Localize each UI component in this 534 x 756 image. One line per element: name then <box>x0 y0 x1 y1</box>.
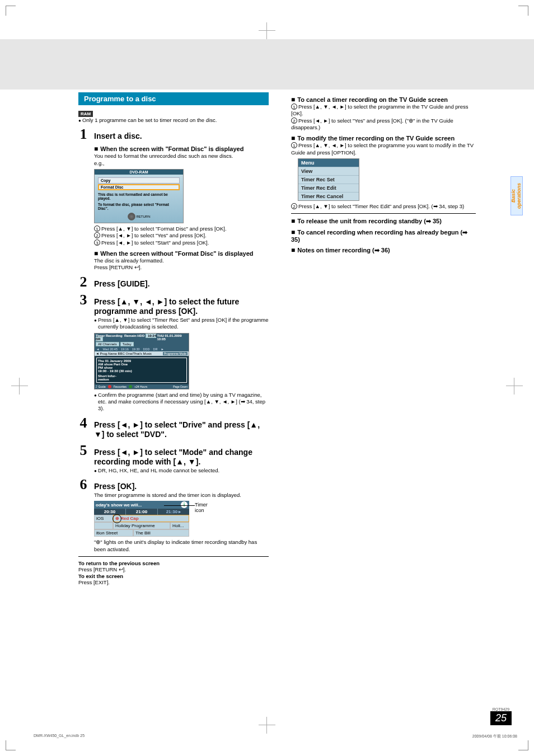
right-h2-l2: 2Press [▲, ▼] to select "Timer Rec Edit"… <box>291 203 476 210</box>
format-row-copy[interactable]: Copy <box>98 177 180 184</box>
tv-strip: oday's show we will... i 20:30 21:00 21:… <box>94 501 189 537</box>
right-h2: ■To modify the timer recording on the TV… <box>291 134 476 142</box>
crop-mark <box>6 6 16 16</box>
step-6-num: 6 <box>78 477 88 492</box>
tv-time-2: 21:00 <box>126 509 158 515</box>
step1-subB-body1: The disc is already formatted. <box>94 257 269 264</box>
step3-bullet1: Press [▲, ▼] to select "Timer Rec Set" a… <box>94 317 269 331</box>
header-band <box>0 39 534 90</box>
step-3-title: Press [▲, ▼, ◄, ►] to select the future … <box>94 297 269 317</box>
step3-bullet2: Confirm the programme (start and end tim… <box>94 392 269 412</box>
step1-subA-body: You need to format the unrecorded disc s… <box>94 153 269 159</box>
step1-subA-title: ■When the screen with "Format Disc" is d… <box>94 145 269 153</box>
crop-mark <box>518 740 528 750</box>
crop-mark <box>518 6 528 16</box>
right-h1-l2: 2Press [◄, ►] to select "Yes" and press … <box>291 118 476 132</box>
step-4-title: Press [◄, ►] to select "Drive" and press… <box>94 420 269 440</box>
step1a-line1: 1Press [▲, ▼] to select "Format Disc" an… <box>94 226 269 232</box>
step-5-num: 5 <box>78 443 88 458</box>
tv-cell <box>94 522 113 529</box>
side-tab: Basic operations <box>510 176 523 215</box>
return-icon[interactable] <box>128 213 135 220</box>
step5-bullet: DR, HG, HX, HE, and HL mode cannot be se… <box>94 467 269 474</box>
format-msg2: To format the disc, please select "Forma… <box>98 203 180 210</box>
tv-cell: Holiday Programme <box>113 522 170 529</box>
tv-time-3: 21:30 ▸ <box>158 509 189 515</box>
right-h1: ■To cancel a timer recording on the TV G… <box>291 96 476 104</box>
step-1-num: 1 <box>78 127 88 142</box>
right-h5: ■Notes on timer recording (➡ 36) <box>291 246 476 254</box>
guide-programme-mode[interactable]: Programme Mode <box>163 352 188 355</box>
right-h2-l1: 1Press [▲, ▼, ◄, ►] to select the progra… <box>291 142 476 156</box>
page-footer: RQT9429 25 <box>490 707 512 725</box>
exit-screen-body: Press [EXIT]. <box>78 579 269 586</box>
step-5-title: Press [◄, ►] to select "Mode" and change… <box>94 448 269 467</box>
ram-badge: RAM <box>78 111 93 117</box>
menu-item-timer-rec-cancel[interactable]: Timer Rec Cancel <box>298 192 359 200</box>
step1a-line2: 2Press [◄, ►] to select "Yes" and press … <box>94 232 269 239</box>
step6-body: The timer programme is stored and the ti… <box>94 492 269 499</box>
return-prev-title: To return to the previous screen <box>78 560 269 566</box>
info-icon[interactable]: i <box>181 501 188 508</box>
divider <box>291 213 476 214</box>
register-mark <box>11 378 28 395</box>
print-footer-left: DMR-XW450_GL_en.indb 25 <box>34 734 85 739</box>
format-disc-dialog: DVD-RAM Copy Format Disc This disc is no… <box>94 169 184 223</box>
tv-cell: iOS <box>94 515 113 522</box>
register-mark <box>259 717 275 734</box>
tv-cell-selected[interactable]: ⊕ Red Cap <box>113 515 189 522</box>
menu-item-view[interactable]: View <box>298 167 359 175</box>
tv-cell: ition Street <box>94 529 133 537</box>
ram-note: Only 1 programme can be set to timer rec… <box>78 117 269 124</box>
menu-item-timer-rec-edit[interactable]: Timer Rec Edit <box>298 184 359 192</box>
model-code: RQT9429 <box>490 707 512 711</box>
tv-cell: The Bill <box>133 529 189 537</box>
tv-strip-headline: oday's show we will... <box>96 503 142 508</box>
step-6-title: Press [OK]. <box>94 482 269 492</box>
timer-icon-label: Timer icon <box>195 502 208 513</box>
section-title: Programme to a disc <box>78 92 269 105</box>
print-footer-right: 2009/04/08 午前 10:06:08 <box>472 734 517 739</box>
register-mark <box>506 378 523 395</box>
step-2-title: Press [GUIDE]. <box>94 279 269 289</box>
return-prev-body: Press [RETURN ↩]. <box>78 566 269 573</box>
step-3-num: 3 <box>78 293 88 307</box>
register-mark <box>259 22 275 39</box>
format-msg1: This disc is not formatted and cannot be… <box>98 192 180 200</box>
step6-after: "⊕" lights on the unit's display to indi… <box>94 539 269 553</box>
guide-mid-left: ◄ Prog.Name BBC One/That's Music <box>96 352 152 355</box>
menu-item-timer-rec-set[interactable]: Timer Rec Set <box>298 175 359 184</box>
step1a-line3: 3Press [◄, ►] to select "Start" and pres… <box>94 240 269 246</box>
crop-mark <box>6 740 16 750</box>
step1-subA-title-text: When the screen with "Format Disc" is di… <box>100 145 243 152</box>
step1-subB-body2: Press [RETURN ↩]. <box>94 264 269 271</box>
guide-chip-all[interactable]: All Channels <box>96 342 119 346</box>
return-label: RETURN <box>136 215 150 218</box>
right-h1-l1: 1Press [▲, ▼, ◄, ►] to select the progra… <box>291 104 476 118</box>
menu-title: Menu <box>298 159 359 167</box>
print-footer: DMR-XW450_GL_en.indb 25 2009/04/08 午前 10… <box>34 734 517 739</box>
format-row-format[interactable]: Format Disc <box>98 184 180 190</box>
step1-subB-title: ■When the screen without "Format Disc" i… <box>94 250 269 257</box>
step-2-num: 2 <box>78 275 88 289</box>
tv-cell: Holi... <box>170 522 189 529</box>
right-h4: ■To cancel recording when recording has … <box>291 228 476 243</box>
step-4-num: 4 <box>78 416 88 430</box>
step1-eg: e.g., <box>94 160 269 167</box>
tv-guide-preview: Timer Recording Remain HDD 10:24 DR THU … <box>94 333 189 389</box>
right-h3: ■To release the unit from recording stan… <box>291 217 476 225</box>
step-1-title: Insert a disc. <box>94 132 269 142</box>
divider <box>78 556 269 557</box>
guide-datetime: THU 01.01.2009 10:05 <box>157 334 188 341</box>
format-title: DVD-RAM <box>95 170 183 175</box>
option-menu: Menu View Timer Rec Set Timer Rec Edit T… <box>298 158 359 201</box>
page-number: 25 <box>490 711 512 725</box>
exit-screen-title: To exit the screen <box>78 573 269 579</box>
guide-chip-today[interactable]: Today <box>120 342 134 346</box>
tv-time-1: 20:30 <box>94 509 126 515</box>
